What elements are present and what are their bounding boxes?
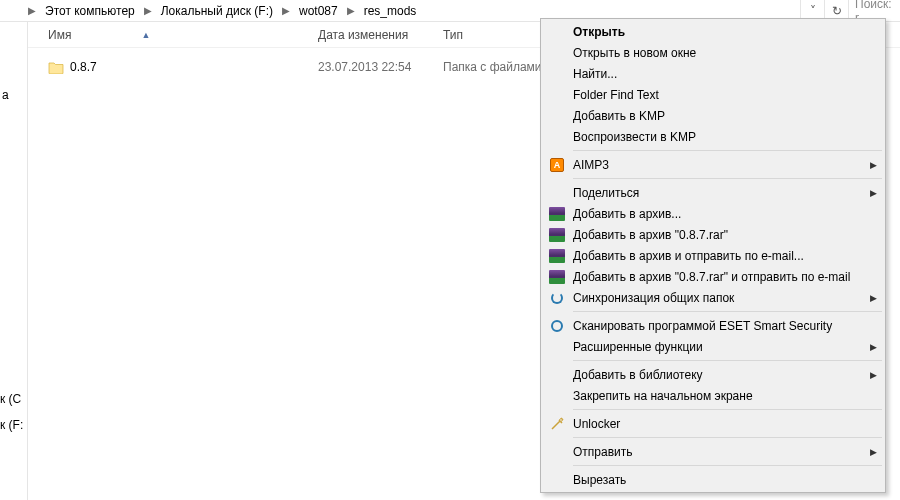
menu-play-kmp[interactable]: Воспроизвести в KMP	[543, 126, 883, 147]
sidebar-item[interactable]: ск (C	[0, 392, 21, 406]
menu-separator	[573, 409, 882, 410]
menu-label: Unlocker	[573, 417, 620, 431]
menu-separator	[573, 311, 882, 312]
chevron-right-icon[interactable]: ▶	[138, 5, 158, 16]
menu-pin-start[interactable]: Закрепить на начальном экране	[543, 385, 883, 406]
menu-eset-advanced[interactable]: Расширенные функции ▶	[543, 336, 883, 357]
submenu-arrow-icon: ▶	[870, 447, 877, 457]
menu-label: AIMP3	[573, 158, 609, 172]
sidebar-item[interactable]: ск (F:	[0, 418, 23, 432]
menu-label: Добавить в библиотеку	[573, 368, 703, 382]
svg-point-0	[560, 418, 563, 421]
winrar-icon	[548, 205, 566, 223]
menu-share[interactable]: Поделиться ▶	[543, 182, 883, 203]
item-name: 0.8.7	[70, 60, 97, 74]
menu-open[interactable]: Открыть	[543, 21, 883, 42]
menu-label: Отправить	[573, 445, 633, 459]
breadcrumb-item[interactable]: res_mods	[361, 0, 420, 22]
menu-send-to[interactable]: Отправить ▶	[543, 441, 883, 462]
menu-open-new-window[interactable]: Открыть в новом окне	[543, 42, 883, 63]
item-type-cell: Папка с файлами	[443, 60, 542, 74]
menu-label: Поделиться	[573, 186, 639, 200]
folder-icon	[48, 61, 64, 74]
menu-label: Сканировать программой ESET Smart Securi…	[573, 319, 832, 333]
menu-add-kmp[interactable]: Добавить в KMP	[543, 105, 883, 126]
submenu-arrow-icon: ▶	[870, 342, 877, 352]
navigation-pane: а ск (C ск (F:	[0, 22, 28, 500]
column-label: Имя	[48, 28, 71, 42]
menu-add-archive-named-email[interactable]: Добавить в архив "0.8.7.rar" и отправить…	[543, 266, 883, 287]
menu-aimp3[interactable]: A AIMP3 ▶	[543, 154, 883, 175]
context-menu: Открыть Открыть в новом окне Найти... Fo…	[540, 18, 886, 493]
winrar-icon	[548, 247, 566, 265]
unlocker-icon	[548, 415, 566, 433]
item-date-cell: 23.07.2013 22:54	[318, 60, 411, 74]
sort-ascending-icon: ▲	[141, 30, 150, 40]
submenu-arrow-icon: ▶	[870, 370, 877, 380]
chevron-right-icon[interactable]: ▶	[341, 5, 361, 16]
menu-separator	[573, 437, 882, 438]
menu-label: Добавить в архив "0.8.7.rar" и отправить…	[573, 270, 850, 284]
menu-label: Синхронизация общих папок	[573, 291, 734, 305]
menu-add-archive-email[interactable]: Добавить в архив и отправить по e-mail..…	[543, 245, 883, 266]
menu-label: Добавить в архив "0.8.7.rar"	[573, 228, 728, 242]
menu-unlocker[interactable]: Unlocker	[543, 413, 883, 434]
menu-separator	[573, 178, 882, 179]
aimp-icon: A	[548, 156, 566, 174]
sync-icon	[548, 289, 566, 307]
column-header-date[interactable]: Дата изменения	[308, 22, 428, 48]
breadcrumb-item[interactable]: Локальный диск (F:)	[158, 0, 276, 22]
breadcrumb-item[interactable]: Этот компьютер	[42, 0, 138, 22]
winrar-icon	[548, 226, 566, 244]
menu-separator	[573, 360, 882, 361]
winrar-icon	[548, 268, 566, 286]
submenu-arrow-icon: ▶	[870, 293, 877, 303]
menu-label: Расширенные функции	[573, 340, 703, 354]
chevron-right-icon[interactable]: ▶	[276, 5, 296, 16]
menu-separator	[573, 465, 882, 466]
submenu-arrow-icon: ▶	[870, 188, 877, 198]
menu-label: Добавить в архив и отправить по e-mail..…	[573, 249, 804, 263]
menu-separator	[573, 150, 882, 151]
submenu-arrow-icon: ▶	[870, 160, 877, 170]
menu-add-archive[interactable]: Добавить в архив...	[543, 203, 883, 224]
chevron-right-icon: ▶	[22, 5, 42, 16]
eset-icon	[548, 317, 566, 335]
breadcrumb-item[interactable]: wot087	[296, 0, 341, 22]
menu-sync-shared[interactable]: Синхронизация общих папок ▶	[543, 287, 883, 308]
menu-folder-find-text[interactable]: Folder Find Text	[543, 84, 883, 105]
menu-cut[interactable]: Вырезать	[543, 469, 883, 490]
menu-add-archive-named[interactable]: Добавить в архив "0.8.7.rar"	[543, 224, 883, 245]
menu-find[interactable]: Найти...	[543, 63, 883, 84]
column-header-name[interactable]: Имя ▲	[38, 22, 298, 48]
menu-add-library[interactable]: Добавить в библиотеку ▶	[543, 364, 883, 385]
item-name-cell: 0.8.7	[48, 60, 97, 74]
menu-eset-scan[interactable]: Сканировать программой ESET Smart Securi…	[543, 315, 883, 336]
menu-label: Добавить в архив...	[573, 207, 681, 221]
sidebar-item[interactable]: а	[2, 88, 9, 102]
